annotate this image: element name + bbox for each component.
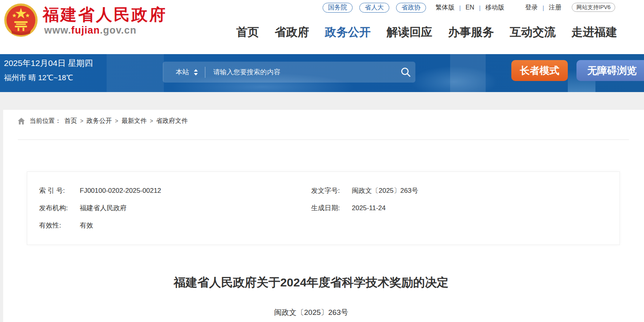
nav-item-discover-fujian[interactable]: 走进福建 [571, 24, 617, 40]
breadcrumb-separator: > [115, 118, 118, 124]
article-title-container: 福建省人民政府关于2024年度省科学技术奖励的决定 [3, 275, 619, 291]
info-row-index-number: 索 引 号:FJ00100-0202-2025-00212 [39, 182, 161, 200]
elder-mode-button[interactable]: 长者模式 [511, 60, 568, 81]
login-link[interactable]: 登录 [525, 4, 538, 12]
validity-label: 有效性: [39, 217, 80, 234]
home-icon[interactable] [18, 118, 25, 124]
info-row-issuing-agency: 发布机构:福建省人民政府 [39, 200, 161, 217]
search-icon [400, 67, 411, 77]
accessibility-button[interactable]: 无障碍浏览 [576, 60, 644, 81]
article-doc-number-container: 闽政文〔2025〕263号 [3, 307, 619, 318]
validity-value: 有效 [80, 222, 93, 229]
separator: | [543, 4, 544, 11]
banner-decoration [107, 54, 164, 92]
main-nav: 首页 省政府 政务公开 解读回应 办事服务 互动交流 走进福建 [236, 24, 617, 40]
divider [205, 67, 205, 78]
index-number-label: 索 引 号: [39, 182, 80, 200]
nav-item-provincial-government[interactable]: 省政府 [275, 24, 309, 40]
register-link[interactable]: 注册 [549, 4, 561, 12]
ipv6-support-badge: 网站支持IPV6 [572, 3, 615, 12]
issue-date-value: 2025-11-24 [352, 204, 386, 212]
search-input[interactable] [213, 68, 396, 76]
site-url: www.fujian.gov.cn [44, 24, 137, 36]
article-title: 福建省人民政府关于2024年度省科学技术奖励的决定 [174, 276, 449, 289]
language-links-group: 繁体版 | EN | 移动版 [436, 2, 504, 13]
document-number-label: 发文字号: [311, 182, 352, 200]
breadcrumb-prefix: 当前位置： [30, 117, 61, 125]
breadcrumb-separator: > [80, 118, 83, 124]
breadcrumb-home[interactable]: 首页 [64, 117, 77, 125]
link-state-council[interactable]: 国务院 [323, 3, 353, 13]
weather-info: 福州市 晴 12℃~18℃ [4, 73, 73, 83]
breadcrumb: 当前位置： 首页 > 政务公开 > 最新文件 > 省政府文件 [18, 117, 188, 125]
nav-item-services[interactable]: 办事服务 [448, 24, 494, 40]
banner: 2025年12月04日 星期四 福州市 晴 12℃~18℃ 本站 长者模式 无障… [0, 54, 644, 92]
separator: | [459, 4, 461, 11]
link-mobile-version[interactable]: 移动版 [485, 4, 504, 12]
banner-decoration [411, 66, 498, 92]
nav-item-government-affairs[interactable]: 政务公开 [325, 24, 371, 40]
nav-item-interaction[interactable]: 互动交流 [510, 24, 556, 40]
document-info-right-column: 发文字号:闽政文〔2025〕263号 生成日期:2025-11-24 [311, 182, 418, 217]
url-prefix: www. [44, 24, 71, 36]
breadcrumb-provincial-documents[interactable]: 省政府文件 [156, 117, 188, 125]
document-info-box: 索 引 号:FJ00100-0202-2025-00212 发布机构:福建省人民… [27, 171, 620, 245]
main-content: 当前位置： 首页 > 政务公开 > 最新文件 > 省政府文件 索 引 号:FJ0… [3, 110, 644, 322]
nav-item-home[interactable]: 首页 [236, 24, 259, 40]
current-date: 2025年12月04日 星期四 [4, 58, 93, 69]
separator: | [479, 4, 481, 11]
banner-decoration [450, 54, 486, 92]
issuing-agency-value: 福建省人民政府 [80, 204, 127, 212]
url-mid: fujian [71, 24, 100, 36]
document-info-left-column: 索 引 号:FJ00100-0202-2025-00212 发布机构:福建省人民… [39, 182, 161, 234]
info-row-document-number: 发文字号:闽政文〔2025〕263号 [311, 182, 418, 200]
site-header: 福建省人民政府 www.fujian.gov.cn 国务院 省人大 省政协 繁体… [0, 0, 644, 54]
auth-links-group: 登录 | 注册 [525, 2, 561, 13]
issuing-agency-label: 发布机构: [39, 200, 80, 217]
info-row-validity: 有效性:有效 [39, 217, 161, 234]
search-scope-selector[interactable]: 本站 [163, 68, 198, 77]
article-doc-number: 闽政文〔2025〕263号 [274, 308, 348, 316]
nav-item-interpretation[interactable]: 解读回应 [387, 24, 432, 40]
link-english[interactable]: EN [466, 4, 474, 11]
search-box: 本站 [163, 62, 415, 83]
gov-links-group: 国务院 省人大 省政协 [323, 2, 426, 13]
chevron-up-down-icon [194, 69, 198, 75]
national-emblem-logo [3, 2, 39, 38]
link-provincial-cppcc[interactable]: 省政协 [396, 3, 426, 13]
link-traditional-chinese[interactable]: 繁体版 [436, 4, 454, 12]
index-number-value: FJ00100-0202-2025-00212 [80, 187, 161, 194]
site-title: 福建省人民政府 [43, 4, 167, 26]
divider [18, 139, 629, 140]
breadcrumb-government-affairs[interactable]: 政务公开 [86, 117, 112, 125]
search-button[interactable] [396, 62, 415, 83]
breadcrumb-separator: > [150, 118, 153, 124]
info-row-issue-date: 生成日期:2025-11-24 [311, 200, 418, 217]
page: 福建省人民政府 www.fujian.gov.cn 国务院 省人大 省政协 繁体… [0, 0, 644, 322]
search-scope-label: 本站 [176, 68, 189, 77]
issue-date-label: 生成日期: [311, 200, 352, 217]
document-number-value: 闽政文〔2025〕263号 [352, 187, 418, 194]
url-suffix: .gov.cn [100, 24, 137, 36]
breadcrumb-latest-documents[interactable]: 最新文件 [121, 117, 146, 125]
link-provincial-congress[interactable]: 省人大 [359, 3, 389, 13]
